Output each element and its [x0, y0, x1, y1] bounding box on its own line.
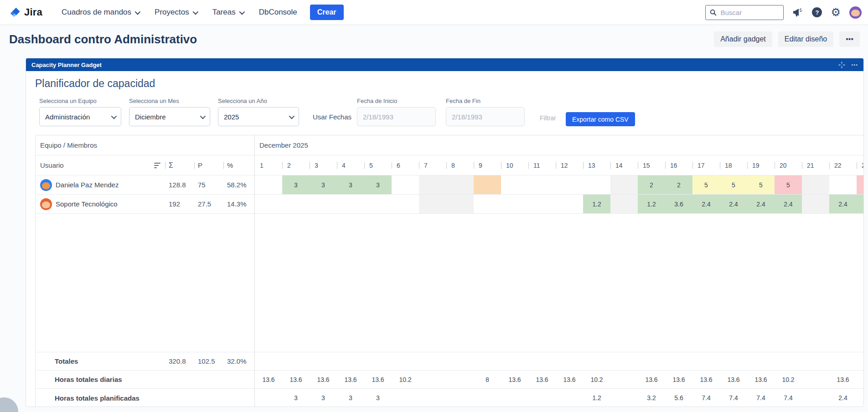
- capacity-cell[interactable]: [392, 195, 419, 213]
- capacity-cell[interactable]: 5: [775, 175, 802, 194]
- gadget-menu-button[interactable]: •••: [851, 62, 858, 67]
- capacity-cell[interactable]: 3: [282, 175, 310, 194]
- capacity-cell[interactable]: [255, 195, 282, 213]
- capacity-cell[interactable]: 2.4: [857, 195, 864, 213]
- daily-hours-row: Horas totales diarias 13.613.613.613.613…: [36, 371, 864, 389]
- help-button[interactable]: ?: [812, 7, 822, 17]
- nav-item-tasks[interactable]: Tareas: [212, 8, 243, 17]
- create-button[interactable]: Crear: [310, 5, 344, 20]
- gadget-title-bar: Capacity Planner Gadget •••: [26, 58, 863, 71]
- capacity-cell[interactable]: 2.4: [829, 195, 857, 213]
- summary-cell: 13.6: [528, 371, 556, 388]
- capacity-cell[interactable]: [255, 175, 282, 194]
- capacity-cell[interactable]: [556, 195, 583, 213]
- capacity-cell[interactable]: [419, 195, 446, 213]
- chevron-down-icon: [135, 9, 141, 15]
- month-select-label: Selecciona un Mes: [129, 98, 210, 104]
- export-csv-button[interactable]: Exportar como CSV: [566, 112, 635, 126]
- user-avatar[interactable]: [849, 6, 862, 19]
- summary-cell: [419, 371, 446, 388]
- capacity-cell[interactable]: [282, 195, 310, 213]
- capacity-cell[interactable]: 1.2: [638, 195, 665, 213]
- capacity-cell[interactable]: [528, 175, 556, 194]
- day-columns-header: 1234567891011121314151617181920212223: [254, 155, 864, 175]
- month-select[interactable]: Diciembre: [129, 107, 210, 126]
- summary-cell: [474, 389, 501, 407]
- search-box[interactable]: [705, 5, 784, 20]
- capacity-cell[interactable]: [829, 175, 857, 194]
- filter-icon[interactable]: [154, 163, 160, 168]
- nav-item-dbconsole[interactable]: DbConsole: [259, 8, 297, 17]
- member-percent: 14.3%: [223, 200, 254, 208]
- add-gadget-button[interactable]: Añadir gadget: [714, 31, 772, 47]
- team-select[interactable]: Administración: [39, 107, 121, 126]
- dashboard-more-button[interactable]: •••: [839, 31, 860, 47]
- top-navigation-bar: Jira Cuadros de mandos Proyectos Tareas …: [0, 0, 868, 25]
- capacity-cell[interactable]: 5: [747, 175, 775, 194]
- capacity-cell[interactable]: 2: [638, 175, 665, 194]
- capacity-cell[interactable]: 2.4: [692, 195, 720, 213]
- capacity-cell[interactable]: [392, 175, 419, 194]
- capacity-cell[interactable]: [501, 175, 528, 194]
- capacity-cell[interactable]: 2.4: [720, 195, 747, 213]
- use-dates-toggle[interactable]: Usar Fechas: [313, 113, 351, 121]
- capacity-cell[interactable]: [802, 195, 829, 213]
- capacity-cell[interactable]: 2.4: [775, 195, 802, 213]
- capacity-cell[interactable]: [310, 195, 337, 213]
- capacity-cell[interactable]: [528, 195, 556, 213]
- summary-cell: [556, 389, 583, 407]
- edit-layout-button[interactable]: Editar diseño: [778, 31, 833, 47]
- capacity-cell[interactable]: 2.4: [747, 195, 775, 213]
- year-select[interactable]: 2025: [218, 107, 299, 126]
- nav-item-dashboards[interactable]: Cuadros de mandos: [62, 8, 139, 17]
- announcements-button[interactable]: [792, 7, 803, 17]
- capacity-cell[interactable]: [556, 175, 583, 194]
- day-header-cell: 4: [337, 155, 364, 175]
- gear-icon: ⚙: [831, 7, 841, 18]
- start-date-input[interactable]: [357, 107, 436, 126]
- day-header-cell: 10: [501, 155, 528, 175]
- capacity-cell[interactable]: [364, 195, 392, 213]
- capacity-cell[interactable]: 5: [692, 175, 720, 194]
- capacity-cell[interactable]: [501, 195, 528, 213]
- capacity-cell[interactable]: [610, 195, 638, 213]
- gadget-move-handle[interactable]: [838, 61, 846, 69]
- table-row: Daniela Paz Mendez128.87558.2%3333225555: [36, 175, 864, 195]
- jira-logo[interactable]: Jira: [9, 6, 42, 19]
- summary-cell: 10.2: [775, 371, 802, 388]
- capacity-cell[interactable]: [802, 175, 829, 194]
- capacity-planner-gadget: Capacity Planner Gadget ••• Planificador…: [26, 58, 864, 407]
- jira-logo-icon: [9, 6, 21, 19]
- capacity-cell[interactable]: [610, 175, 638, 194]
- capacity-cell[interactable]: [337, 195, 364, 213]
- capacity-cell[interactable]: [419, 175, 446, 194]
- day-header-cell: 15: [638, 155, 665, 175]
- summary-cell: [528, 389, 556, 407]
- capacity-cell[interactable]: 3.6: [665, 195, 692, 213]
- corner-widget-bubble[interactable]: [0, 397, 18, 412]
- capacity-cell[interactable]: [446, 175, 474, 194]
- summary-cell: 7.4: [692, 389, 720, 407]
- day-header-cell: 3: [310, 155, 337, 175]
- end-date-input[interactable]: [446, 107, 525, 126]
- search-input[interactable]: [720, 9, 775, 16]
- capacity-cell[interactable]: 1.2: [583, 195, 610, 213]
- capacity-cell[interactable]: [583, 175, 610, 194]
- capacity-cell[interactable]: [857, 175, 864, 194]
- move-cross-icon: [838, 61, 846, 69]
- filter-button[interactable]: Filtrar: [540, 114, 556, 122]
- capacity-cell[interactable]: [474, 175, 501, 194]
- capacity-cell[interactable]: [474, 195, 501, 213]
- capacity-cell[interactable]: 3: [310, 175, 337, 194]
- capacity-cell[interactable]: 3: [364, 175, 392, 194]
- nav-item-projects[interactable]: Proyectos: [155, 8, 197, 17]
- summary-cell: [446, 389, 474, 407]
- capacity-cell[interactable]: [446, 195, 474, 213]
- settings-button[interactable]: ⚙: [831, 7, 841, 18]
- capacity-cell[interactable]: 5: [720, 175, 747, 194]
- capacity-cell[interactable]: 2: [665, 175, 692, 194]
- gadget-title-text: Capacity Planner Gadget: [31, 62, 102, 68]
- capacity-cell[interactable]: 3: [337, 175, 364, 194]
- summary-cell: 7.4: [775, 389, 802, 407]
- table-column-header-row: Usuario Σ P % 12345678910111213141516171…: [36, 155, 864, 175]
